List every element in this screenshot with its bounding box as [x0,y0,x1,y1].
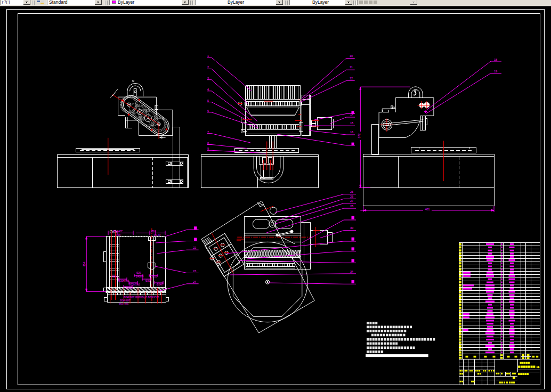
svg-text:34: 34 [350,270,353,273]
svg-text:24: 24 [193,280,196,283]
svg-text:10: 10 [350,54,353,58]
svg-text:15: 15 [350,121,353,125]
svg-text:3: 3 [207,77,209,80]
svg-text:481: 481 [425,208,430,211]
svg-text:8: 8 [207,142,209,145]
svg-text:2×45°: 2×45° [115,234,121,236]
svg-text:18: 18 [494,58,497,61]
svg-text:4: 4 [207,88,209,91]
svg-text:14: 14 [350,113,353,116]
svg-text:Φ16: Φ16 [152,275,157,278]
svg-text:ByLayer: ByLayer [312,0,329,5]
svg-text:Φ24H8/f7 Φ62H8/p7 Φ30HC/f5: Φ24H8/f7 Φ62H8/p7 Φ30HC/f5 [124,296,159,299]
svg-text:M8×6: M8×6 [112,275,118,278]
svg-text:Φ25H7/k6: Φ25H7/k6 [129,283,140,286]
svg-text:26: 26 [350,195,353,198]
svg-text:7: 7 [207,130,209,134]
svg-text:11: 11 [350,66,353,69]
svg-text:372: 372 [358,133,361,138]
svg-text:2: 2 [207,66,209,69]
svg-text:Φ20: Φ20 [136,272,141,274]
svg-text:Φ14H8/f7: Φ14H8/f7 [120,299,131,302]
svg-text:9: 9 [207,147,209,150]
svg-text:16: 16 [350,130,353,134]
svg-text:19: 19 [494,70,497,73]
svg-text:354: 354 [83,262,86,266]
svg-text:23: 23 [193,270,196,273]
svg-text:5: 5 [207,99,209,102]
svg-text:1: 1 [207,54,209,58]
svg-text:ByLayer: ByLayer [118,0,134,5]
svg-text:30: 30 [350,226,353,230]
svg-text:M6×12: M6×12 [154,234,161,236]
svg-text:Φ30H7/k6: Φ30H7/k6 [118,280,129,282]
svg-text:Standard: Standard [49,0,68,5]
svg-text:Φ24f7: Φ24f7 [157,283,164,286]
svg-text:ΦD4·Φ56: ΦD4·Φ56 [119,303,129,305]
svg-text:Φ30: Φ30 [145,280,150,282]
svg-text:ByLayer: ByLayer [228,0,244,5]
svg-text:6: 6 [207,109,209,112]
svg-text:25: 25 [350,190,353,193]
svg-text:)·7(·]: )·7(·] [2,0,10,4]
svg-text:12: 12 [350,77,353,80]
svg-text:22: 22 [193,246,196,249]
svg-text:28: 28 [350,205,353,208]
svg-text:27: 27 [350,199,353,202]
